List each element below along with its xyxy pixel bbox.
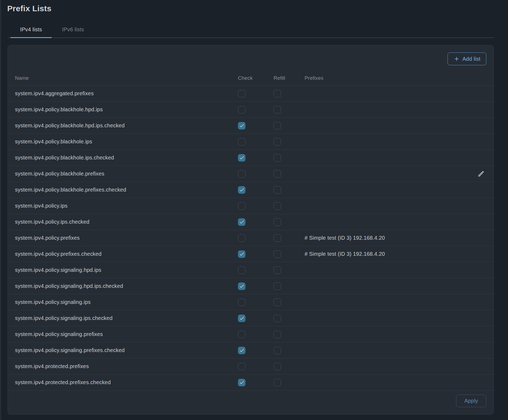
refill-checkbox[interactable]: [274, 282, 281, 290]
table-row: system.ipv4.policy.blackhole.hpd.ips.che…: [8, 117, 494, 133]
refill-checkbox[interactable]: [274, 299, 281, 306]
row-name: system.ipv4.policy.prefixes: [15, 235, 238, 241]
check-checkbox[interactable]: [238, 186, 245, 194]
table-header: Name Check Refill Prefixes: [8, 71, 494, 85]
row-name: system.ipv4.policy.blackhole.ips: [15, 139, 238, 145]
plus-icon: [453, 56, 460, 62]
edit-icon[interactable]: [477, 170, 485, 177]
refill-checkbox[interactable]: [274, 106, 281, 113]
row-name: system.ipv4.aggregated.prefixes: [15, 90, 238, 97]
table-row: system.ipv4.policy.blackhole.ips.checked: [8, 150, 494, 166]
refill-checkbox[interactable]: [274, 154, 281, 162]
table-row: system.ipv4.policy.signaling.prefixes.ch…: [8, 342, 494, 358]
table-row: system.ipv4.policy.signaling.hpd.ips: [8, 262, 494, 278]
refill-checkbox[interactable]: [274, 331, 281, 338]
refill-checkbox[interactable]: [274, 90, 281, 97]
table-body: system.ipv4.aggregated.prefixes system.i…: [8, 85, 494, 391]
apply-label: Apply: [464, 398, 478, 404]
tab-label: IPv4 lists: [20, 26, 42, 33]
check-checkbox[interactable]: [238, 250, 245, 258]
refill-checkbox[interactable]: [274, 315, 281, 322]
checkmark-icon: [239, 315, 245, 321]
row-prefixes: # Simple test (ID 3) 192.168.4.20: [305, 235, 477, 241]
refill-checkbox[interactable]: [274, 170, 281, 178]
refill-checkbox[interactable]: [274, 363, 281, 370]
tab-label: IPv6 lists: [62, 26, 84, 33]
checkmark-icon: [239, 155, 245, 161]
checkmark-icon: [239, 251, 245, 257]
row-name: system.ipv4.policy.signaling.hpd.ips: [15, 267, 238, 273]
add-list-button[interactable]: Add list: [448, 52, 486, 65]
refill-checkbox[interactable]: [274, 218, 281, 226]
checkmark-icon: [239, 219, 245, 225]
check-checkbox[interactable]: [238, 363, 245, 370]
check-checkbox[interactable]: [238, 90, 245, 97]
check-checkbox[interactable]: [238, 202, 245, 210]
row-name: system.ipv4.policy.ips: [15, 203, 238, 209]
table-row: system.ipv4.policy.blackhole.prefixes.ch…: [8, 182, 494, 198]
checkmark-icon: [239, 123, 245, 128]
table-row: system.ipv4.aggregated.prefixes: [8, 85, 494, 101]
table-row: system.ipv4.policy.signaling.ips: [8, 294, 494, 310]
checkmark-icon: [239, 283, 245, 289]
check-checkbox[interactable]: [238, 331, 245, 338]
row-name: system.ipv4.policy.blackhole.prefixes: [15, 171, 238, 177]
table-row: system.ipv4.policy.signaling.prefixes: [8, 326, 494, 342]
column-header-prefixes: Prefixes: [305, 75, 477, 81]
checkmark-icon: [239, 380, 245, 385]
add-list-label: Add list: [462, 56, 480, 62]
refill-checkbox[interactable]: [274, 250, 281, 258]
check-checkbox[interactable]: [238, 282, 245, 290]
check-checkbox[interactable]: [238, 170, 245, 178]
row-name: system.ipv4.policy.blackhole.hpd.ips.che…: [15, 123, 238, 129]
refill-checkbox[interactable]: [274, 122, 281, 129]
table-row: system.ipv4.policy.signaling.hpd.ips.che…: [8, 278, 494, 294]
refill-checkbox[interactable]: [274, 234, 281, 242]
check-checkbox[interactable]: [238, 154, 245, 162]
page-title: Prefix Lists: [7, 4, 51, 13]
row-name: system.ipv4.protected.prefixes.checked: [15, 379, 238, 385]
check-checkbox[interactable]: [238, 299, 245, 306]
checkmark-icon: [239, 187, 245, 193]
row-name: system.ipv4.protected.prefixes: [15, 363, 238, 369]
prefix-lists-card: Add list Name Check Refill Prefixes syst…: [7, 45, 494, 415]
table-row: system.ipv4.policy.ips: [8, 198, 494, 214]
refill-checkbox[interactable]: [274, 138, 281, 146]
table-row: system.ipv4.policy.blackhole.ips: [8, 133, 494, 150]
column-header-check: Check: [238, 75, 274, 81]
check-checkbox[interactable]: [238, 234, 245, 242]
row-prefixes: # Simple test (ID 3) 192.168.4.20: [305, 251, 477, 257]
refill-checkbox[interactable]: [274, 186, 281, 194]
tab-ipv6-lists[interactable]: IPv6 lists: [52, 21, 94, 37]
panel-edge: [0, 0, 1, 420]
row-name: system.ipv4.policy.blackhole.ips.checked: [15, 155, 238, 161]
table-row: system.ipv4.policy.ips.checked: [8, 214, 494, 230]
row-name: system.ipv4.policy.signaling.ips: [15, 299, 238, 305]
tab-ipv4-lists[interactable]: IPv4 lists: [10, 21, 52, 37]
row-name: system.ipv4.policy.signaling.hpd.ips.che…: [15, 283, 238, 289]
refill-checkbox[interactable]: [274, 347, 281, 354]
table-row: system.ipv4.policy.blackhole.prefixes: [8, 166, 494, 182]
table-row: system.ipv4.policy.blackhole.hpd.ips: [8, 101, 494, 117]
check-checkbox[interactable]: [238, 122, 245, 129]
check-checkbox[interactable]: [238, 138, 245, 146]
table-row: system.ipv4.policy.prefixes # Simple tes…: [8, 230, 494, 246]
row-name: system.ipv4.policy.signaling.prefixes.ch…: [15, 347, 238, 353]
column-header-name: Name: [15, 75, 238, 81]
check-checkbox[interactable]: [238, 347, 245, 354]
column-header-refill: Refill: [274, 75, 305, 81]
row-name: system.ipv4.policy.signaling.prefixes: [15, 331, 238, 337]
check-checkbox[interactable]: [238, 379, 245, 386]
apply-button[interactable]: Apply: [456, 395, 486, 407]
refill-checkbox[interactable]: [274, 202, 281, 210]
check-checkbox[interactable]: [238, 315, 245, 322]
refill-checkbox[interactable]: [274, 266, 281, 274]
table-row: system.ipv4.policy.prefixes.checked # Si…: [8, 246, 494, 262]
row-name: system.ipv4.policy.blackhole.hpd.ips: [15, 106, 238, 113]
row-name: system.ipv4.policy.blackhole.prefixes.ch…: [15, 187, 238, 193]
check-checkbox[interactable]: [238, 218, 245, 226]
table-row: system.ipv4.policy.signaling.ips.checked: [8, 310, 494, 326]
check-checkbox[interactable]: [238, 106, 245, 113]
check-checkbox[interactable]: [238, 266, 245, 274]
refill-checkbox[interactable]: [274, 379, 281, 386]
